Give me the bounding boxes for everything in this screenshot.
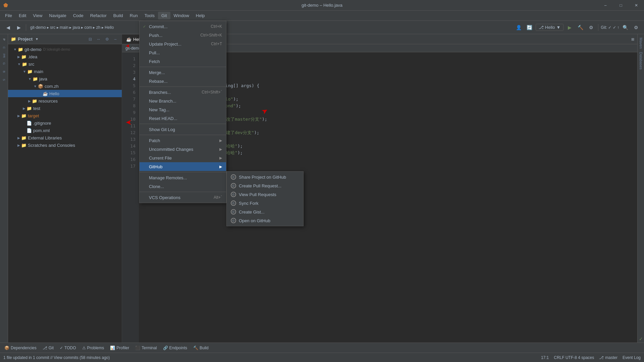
tab-icon: ☕ <box>126 37 131 42</box>
autoscroll-button[interactable]: ↔ <box>95 36 102 43</box>
tree-gitignore[interactable]: ▶ 📄 .gitignore <box>8 119 122 127</box>
menu-fetch[interactable]: Fetch <box>140 57 226 66</box>
share-icon: ⊙ <box>231 174 236 180</box>
tab-problems[interactable]: ⚠ Problems <box>79 345 107 351</box>
currentfile-label: Current File <box>149 156 172 161</box>
status-position[interactable]: 17:1 <box>541 355 549 360</box>
tree-test[interactable]: ▶ 📁 test <box>8 105 122 112</box>
project-panel: 📁 Project ▼ ⊟ ↔ ⚙ – ▼ 📁 git-demo D:\idea… <box>8 34 122 343</box>
menu-sep-6 <box>140 192 226 192</box>
status-branch[interactable]: ⎇ master <box>599 355 618 360</box>
pull-label: Pull... <box>149 50 160 55</box>
menu-run[interactable]: Run <box>126 12 141 19</box>
menu-showgitlog[interactable]: Show Git Log <box>140 125 226 134</box>
event-log[interactable]: Event Log <box>623 355 641 360</box>
tree-comzh[interactable]: ▼ 📦 com.zh <box>8 82 122 90</box>
submenu-viewpr[interactable]: ⊙ View Pull Requests <box>227 190 303 199</box>
tree-src[interactable]: ▼ 📁 src <box>8 60 122 68</box>
status-encoding[interactable]: CRLF UTF-8 4 spaces <box>554 355 594 360</box>
menu-refactor[interactable]: Refactor <box>87 12 110 19</box>
menu-file[interactable]: File <box>2 12 15 19</box>
forward-button[interactable]: ▶ <box>14 23 23 32</box>
search-button[interactable]: 🔍 <box>621 23 630 32</box>
left-icon-pull[interactable]: PR <box>0 52 8 59</box>
run-button[interactable]: ▶ <box>565 23 574 32</box>
tree-hello[interactable]: ▶ ☕ Hello <box>8 90 122 97</box>
menu-tools[interactable]: Tools <box>141 12 158 19</box>
left-icon-bookmark[interactable]: B <box>0 68 8 75</box>
menu-github[interactable]: GitHub ▶ <box>140 162 226 171</box>
menu-resethead[interactable]: Reset HEAD... <box>140 114 226 123</box>
project-settings-button[interactable]: ⚙ <box>103 36 111 43</box>
tab-todo[interactable]: ✓ TODO <box>57 345 78 351</box>
submenu-syncfork[interactable]: ⊙ Sync Fork <box>227 199 303 207</box>
menu-edit[interactable]: Edit <box>15 12 30 19</box>
tree-target[interactable]: ▶ 📁 target <box>8 112 122 119</box>
menu-newbranch[interactable]: New Branch... <box>140 97 226 105</box>
submenu-openongithub[interactable]: ⊙ Open on GitHub <box>227 216 303 225</box>
tab-endpoints[interactable]: 🔗 Endpoints <box>160 345 190 351</box>
menu-vcsops[interactable]: VCS Operations Alt+` <box>140 193 226 202</box>
tab-build[interactable]: 🔨 Build <box>191 345 211 351</box>
menu-window[interactable]: Window <box>170 12 193 19</box>
tab-terminal[interactable]: ⬛ Terminal <box>132 345 159 351</box>
menu-navigate[interactable]: Navigate <box>46 12 69 19</box>
tree-resources[interactable]: ▶ 📁 resources <box>8 97 122 105</box>
tab-dependencies[interactable]: 📦 Dependencies <box>2 345 39 351</box>
tree-scratches[interactable]: ▶ 📁 Scratches and Consoles <box>8 141 122 149</box>
left-icon-git[interactable]: G <box>0 60 8 67</box>
settings-button[interactable]: ⚙ <box>586 23 596 32</box>
project-minimize-button[interactable]: – <box>112 36 119 43</box>
menu-rebase[interactable]: Rebase... <box>140 77 226 85</box>
build-button[interactable]: 🔨 <box>576 23 585 32</box>
tab-git[interactable]: ⎇ Git <box>40 345 56 351</box>
maven-panel[interactable]: Maven <box>638 36 644 50</box>
menu-build[interactable]: Build <box>110 12 126 19</box>
back-button[interactable]: ◀ <box>3 23 13 32</box>
tree-java-label: java <box>39 76 47 81</box>
menu-commit[interactable]: Commit... Ctrl+K <box>140 22 226 31</box>
left-icon-project[interactable]: P <box>0 36 8 43</box>
menu-push[interactable]: Push... Ctrl+Shift+K <box>140 31 226 40</box>
submenu-createpr[interactable]: ⊙ Create Pull Request... <box>227 181 303 190</box>
menu-code[interactable]: Code <box>70 12 87 19</box>
vcs-update-button[interactable]: 🔄 <box>525 23 534 32</box>
tree-java[interactable]: ▼ 📁 java <box>8 75 122 82</box>
gear-button[interactable]: ⚙ <box>631 23 641 32</box>
tree-main[interactable]: ▼ 📁 main <box>8 68 122 75</box>
split-editor-button[interactable]: ⊞ <box>628 35 637 44</box>
project-dropdown-icon[interactable]: ▼ <box>35 37 39 41</box>
submenu-creategist[interactable]: ⊙ Create Gist... <box>227 207 303 216</box>
red-arrow-fetch: ➤ <box>126 43 130 49</box>
menu-currentfile[interactable]: Current File ▶ <box>140 154 226 162</box>
menu-merge[interactable]: Merge... <box>140 68 226 77</box>
menu-help[interactable]: Help <box>193 12 208 19</box>
menu-update[interactable]: Update Project... Ctrl+T <box>140 40 226 48</box>
menu-view[interactable]: View <box>30 12 46 19</box>
menu-branches[interactable]: Branches... Ctrl+Shift+` <box>140 88 226 97</box>
left-icon-structure[interactable]: S <box>0 76 8 83</box>
menu-newtag[interactable]: New Tag... <box>140 105 226 114</box>
menu-manageremotes[interactable]: Manage Remotes... <box>140 173 226 182</box>
endpoints-icon: 🔗 <box>163 346 168 350</box>
collapse-all-button[interactable]: ⊟ <box>87 36 94 43</box>
menu-uncommitted[interactable]: Uncommitted Changes ▶ <box>140 145 226 154</box>
left-icon-commit[interactable]: C <box>0 44 8 51</box>
tree-idea[interactable]: ▶ 📁 .idea <box>8 53 122 60</box>
menu-pull[interactable]: Pull... <box>140 48 226 57</box>
close-button[interactable]: ✕ <box>629 0 644 11</box>
minimize-button[interactable]: – <box>598 0 613 11</box>
databases-panel[interactable]: Databases <box>638 50 644 71</box>
menu-patch[interactable]: Patch ▶ <box>140 136 226 145</box>
tab-profiler[interactable]: 📊 Profiler <box>107 345 132 351</box>
menu-clone[interactable]: Clone... <box>140 182 226 191</box>
toolbar: ◀ ▶ git-demo ▸ src ▸ main ▸ java ▸ com ▸… <box>0 21 644 34</box>
branch-selector[interactable]: ⎇ Hello ▼ <box>536 24 564 31</box>
maximize-button[interactable]: □ <box>613 0 629 11</box>
tree-extlibs[interactable]: ▶ 📁 External Libraries <box>8 134 122 141</box>
tree-root[interactable]: ▼ 📁 git-demo D:\idea\git-demo <box>8 46 122 53</box>
submenu-share[interactable]: ⊙ Share Project on GitHub <box>227 173 303 181</box>
menu-git[interactable]: Git <box>158 12 170 19</box>
tree-pom[interactable]: ▶ 📄 pom.xml <box>8 127 122 134</box>
profile-button[interactable]: 👤 <box>514 23 524 32</box>
